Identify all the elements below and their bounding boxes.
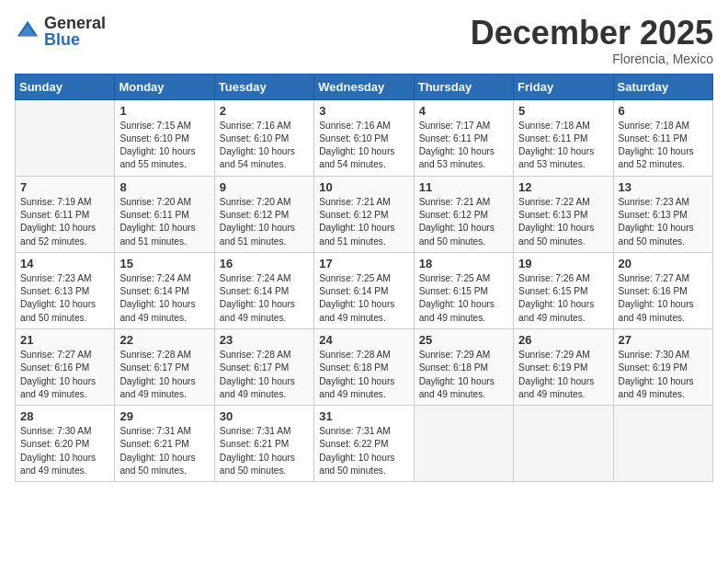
- calendar-cell: 25Sunrise: 7:29 AMSunset: 6:18 PMDayligh…: [414, 328, 513, 405]
- day-info: Sunrise: 7:22 AMSunset: 6:13 PMDaylight:…: [518, 196, 608, 248]
- day-number: 23: [220, 333, 309, 347]
- calendar-cell: 5Sunrise: 7:18 AMSunset: 6:11 PMDaylight…: [514, 99, 613, 176]
- logo-blue: Blue: [44, 31, 106, 48]
- weekday-header: Wednesday: [314, 74, 414, 99]
- day-info: Sunrise: 7:31 AMSunset: 6:21 PMDaylight:…: [220, 425, 309, 477]
- day-number: 2: [220, 104, 309, 118]
- day-number: 7: [20, 180, 109, 194]
- calendar-cell: 21Sunrise: 7:27 AMSunset: 6:16 PMDayligh…: [16, 328, 115, 405]
- day-info: Sunrise: 7:21 AMSunset: 6:12 PMDaylight:…: [319, 196, 408, 248]
- weekday-header: Thursday: [414, 74, 513, 99]
- day-number: 22: [119, 333, 209, 347]
- day-number: 26: [518, 333, 608, 347]
- day-number: 19: [518, 257, 608, 270]
- month-title: December 2025: [471, 15, 713, 52]
- calendar-cell: 1Sunrise: 7:15 AMSunset: 6:10 PMDaylight…: [115, 99, 214, 176]
- day-info: Sunrise: 7:20 AMSunset: 6:12 PMDaylight:…: [220, 196, 309, 248]
- calendar-cell: 19Sunrise: 7:26 AMSunset: 6:15 PMDayligh…: [514, 252, 613, 328]
- calendar-cell: 22Sunrise: 7:28 AMSunset: 6:17 PMDayligh…: [115, 328, 214, 405]
- calendar-cell: 28Sunrise: 7:30 AMSunset: 6:20 PMDayligh…: [16, 406, 115, 482]
- calendar-cell: 29Sunrise: 7:31 AMSunset: 6:21 PMDayligh…: [115, 406, 214, 482]
- day-number: 8: [119, 180, 209, 194]
- calendar-header: SundayMondayTuesdayWednesdayThursdayFrid…: [16, 74, 713, 99]
- calendar-cell: 20Sunrise: 7:27 AMSunset: 6:16 PMDayligh…: [613, 252, 712, 328]
- day-number: 31: [319, 409, 408, 423]
- day-number: 16: [220, 257, 309, 270]
- calendar-week: 7Sunrise: 7:19 AMSunset: 6:11 PMDaylight…: [16, 176, 713, 252]
- day-info: Sunrise: 7:16 AMSunset: 6:10 PMDaylight:…: [220, 120, 309, 172]
- day-info: Sunrise: 7:31 AMSunset: 6:21 PMDaylight:…: [119, 425, 209, 477]
- day-info: Sunrise: 7:18 AMSunset: 6:11 PMDaylight:…: [619, 120, 708, 172]
- day-number: 15: [119, 257, 209, 270]
- logo: General Blue: [15, 15, 106, 48]
- day-info: Sunrise: 7:18 AMSunset: 6:11 PMDaylight:…: [518, 120, 608, 172]
- day-info: Sunrise: 7:20 AMSunset: 6:11 PMDaylight:…: [119, 196, 209, 248]
- calendar-week: 14Sunrise: 7:23 AMSunset: 6:13 PMDayligh…: [16, 252, 713, 328]
- calendar-cell: 14Sunrise: 7:23 AMSunset: 6:13 PMDayligh…: [16, 252, 115, 328]
- page-header: General Blue December 2025 Florencia, Me…: [15, 15, 713, 66]
- calendar-cell: 17Sunrise: 7:25 AMSunset: 6:14 PMDayligh…: [314, 252, 414, 328]
- day-number: 21: [20, 333, 109, 347]
- logo-icon: [15, 18, 40, 44]
- day-info: Sunrise: 7:27 AMSunset: 6:16 PMDaylight:…: [619, 272, 708, 325]
- weekday-header: Monday: [115, 74, 214, 99]
- day-number: 9: [220, 180, 309, 194]
- day-info: Sunrise: 7:19 AMSunset: 6:11 PMDaylight:…: [20, 196, 109, 248]
- day-info: Sunrise: 7:28 AMSunset: 6:18 PMDaylight:…: [319, 349, 408, 401]
- day-number: 3: [319, 104, 408, 118]
- day-info: Sunrise: 7:23 AMSunset: 6:13 PMDaylight:…: [619, 196, 708, 248]
- day-info: Sunrise: 7:28 AMSunset: 6:17 PMDaylight:…: [119, 349, 209, 401]
- day-number: 14: [20, 257, 109, 270]
- calendar-cell: [514, 406, 613, 482]
- logo-text: General Blue: [44, 15, 106, 48]
- calendar: SundayMondayTuesdayWednesdayThursdayFrid…: [15, 74, 713, 483]
- day-number: 4: [419, 104, 508, 118]
- calendar-cell: 26Sunrise: 7:29 AMSunset: 6:19 PMDayligh…: [514, 328, 613, 405]
- day-number: 27: [619, 333, 708, 347]
- calendar-cell: 10Sunrise: 7:21 AMSunset: 6:12 PMDayligh…: [314, 176, 414, 252]
- day-info: Sunrise: 7:21 AMSunset: 6:12 PMDaylight:…: [419, 196, 508, 248]
- day-number: 11: [419, 180, 508, 194]
- day-info: Sunrise: 7:25 AMSunset: 6:14 PMDaylight:…: [319, 272, 408, 325]
- calendar-week: 1Sunrise: 7:15 AMSunset: 6:10 PMDaylight…: [16, 99, 713, 176]
- day-number: 12: [518, 180, 608, 194]
- logo-general: General: [44, 15, 106, 31]
- day-info: Sunrise: 7:27 AMSunset: 6:16 PMDaylight:…: [20, 349, 109, 401]
- calendar-cell: 27Sunrise: 7:30 AMSunset: 6:19 PMDayligh…: [613, 328, 712, 405]
- day-info: Sunrise: 7:25 AMSunset: 6:15 PMDaylight:…: [419, 272, 508, 325]
- weekday-header: Friday: [514, 74, 613, 99]
- location: Florencia, Mexico: [471, 52, 713, 66]
- day-info: Sunrise: 7:23 AMSunset: 6:13 PMDaylight:…: [20, 272, 109, 325]
- day-info: Sunrise: 7:15 AMSunset: 6:10 PMDaylight:…: [119, 120, 209, 172]
- calendar-cell: [414, 406, 513, 482]
- day-number: 29: [119, 409, 209, 423]
- day-number: 10: [319, 180, 408, 194]
- calendar-cell: 12Sunrise: 7:22 AMSunset: 6:13 PMDayligh…: [514, 176, 613, 252]
- day-number: 18: [419, 257, 508, 270]
- day-number: 25: [419, 333, 508, 347]
- calendar-cell: 15Sunrise: 7:24 AMSunset: 6:14 PMDayligh…: [115, 252, 214, 328]
- calendar-cell: 2Sunrise: 7:16 AMSunset: 6:10 PMDaylight…: [214, 99, 313, 176]
- calendar-cell: 7Sunrise: 7:19 AMSunset: 6:11 PMDaylight…: [16, 176, 115, 252]
- day-info: Sunrise: 7:30 AMSunset: 6:20 PMDaylight:…: [20, 425, 109, 477]
- weekday-header: Sunday: [16, 74, 115, 99]
- day-info: Sunrise: 7:17 AMSunset: 6:11 PMDaylight:…: [419, 120, 508, 172]
- calendar-week: 28Sunrise: 7:30 AMSunset: 6:20 PMDayligh…: [16, 406, 713, 482]
- weekday-header: Tuesday: [214, 74, 313, 99]
- day-info: Sunrise: 7:29 AMSunset: 6:19 PMDaylight:…: [518, 349, 608, 401]
- day-number: 13: [619, 180, 708, 194]
- day-number: 5: [518, 104, 608, 118]
- calendar-cell: 31Sunrise: 7:31 AMSunset: 6:22 PMDayligh…: [314, 406, 414, 482]
- day-number: 28: [20, 409, 109, 423]
- day-number: 6: [619, 104, 708, 118]
- day-number: 17: [319, 257, 408, 270]
- calendar-cell: [16, 99, 115, 176]
- day-info: Sunrise: 7:24 AMSunset: 6:14 PMDaylight:…: [220, 272, 309, 325]
- day-info: Sunrise: 7:28 AMSunset: 6:17 PMDaylight:…: [220, 349, 309, 401]
- day-number: 20: [619, 257, 708, 270]
- day-number: 1: [119, 104, 209, 118]
- title-block: December 2025 Florencia, Mexico: [471, 15, 713, 66]
- day-info: Sunrise: 7:31 AMSunset: 6:22 PMDaylight:…: [319, 425, 408, 477]
- calendar-cell: 18Sunrise: 7:25 AMSunset: 6:15 PMDayligh…: [414, 252, 513, 328]
- day-info: Sunrise: 7:26 AMSunset: 6:15 PMDaylight:…: [518, 272, 608, 325]
